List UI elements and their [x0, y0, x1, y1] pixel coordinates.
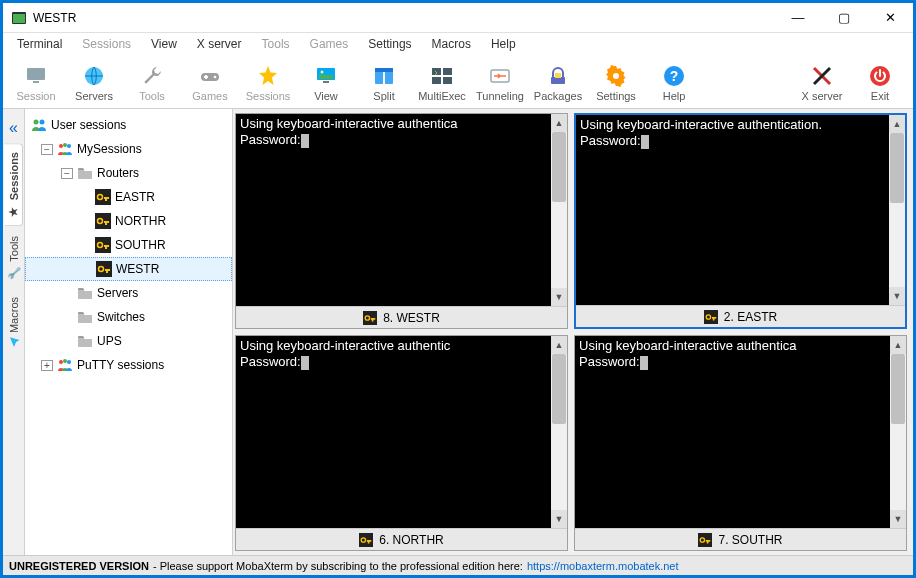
- terminal-output[interactable]: Using keyboard-interactive authentica Pa…: [236, 114, 567, 306]
- key-icon: [95, 237, 111, 253]
- toolbar-xserver[interactable]: X server: [793, 57, 851, 108]
- terminal-output[interactable]: Using keyboard-interactive authentic Pas…: [236, 336, 567, 528]
- toolbar: Session Servers Tools Games Sessions Vie…: [3, 55, 913, 109]
- multiexec-icon: [430, 64, 454, 88]
- toolbar-session[interactable]: Session: [7, 57, 65, 108]
- terminal-tab[interactable]: 6. NORTHR: [236, 528, 567, 550]
- scrollbar[interactable]: ▲▼: [551, 114, 567, 306]
- terminal-output[interactable]: Using keyboard-interactive authentica Pa…: [575, 336, 906, 528]
- menu-terminal[interactable]: Terminal: [9, 35, 70, 53]
- scrollbar[interactable]: ▲▼: [890, 336, 906, 528]
- view-icon: [314, 64, 338, 88]
- key-icon: [95, 189, 111, 205]
- folder-icon: [77, 309, 93, 325]
- toolbar-exit[interactable]: Exit: [851, 57, 909, 108]
- scroll-thumb[interactable]: [891, 354, 905, 424]
- maximize-button[interactable]: ▢: [821, 3, 867, 33]
- terminal-output[interactable]: Using keyboard-interactive authenticatio…: [576, 115, 905, 305]
- help-icon: [662, 64, 686, 88]
- terminal-tab[interactable]: 2. EASTR: [576, 305, 905, 327]
- packages-icon: [546, 64, 570, 88]
- tree-session-eastr[interactable]: EASTR: [25, 185, 232, 209]
- toolbar-settings[interactable]: Settings: [587, 57, 645, 108]
- titlebar[interactable]: WESTR — ▢ ✕: [3, 3, 913, 33]
- scroll-thumb[interactable]: [552, 354, 566, 424]
- scroll-up-icon[interactable]: ▲: [551, 336, 567, 354]
- tree-switches[interactable]: Switches: [25, 305, 232, 329]
- scroll-up-icon[interactable]: ▲: [889, 115, 905, 133]
- gear-icon: [604, 64, 628, 88]
- tree-ups[interactable]: UPS: [25, 329, 232, 353]
- sidetab-macros[interactable]: Macros: [6, 289, 22, 356]
- menu-help[interactable]: Help: [483, 35, 524, 53]
- scroll-thumb[interactable]: [890, 133, 904, 203]
- wrench-icon: [140, 64, 164, 88]
- scroll-up-icon[interactable]: ▲: [551, 114, 567, 132]
- scroll-down-icon[interactable]: ▼: [890, 510, 906, 528]
- tree-session-westr[interactable]: WESTR: [25, 257, 232, 281]
- cursor-icon: [301, 356, 309, 370]
- scroll-down-icon[interactable]: ▼: [889, 287, 905, 305]
- tree-user-sessions[interactable]: User sessions: [25, 113, 232, 137]
- tree-session-southr[interactable]: SOUTHR: [25, 233, 232, 257]
- folder-icon: [77, 333, 93, 349]
- globe-icon: [82, 64, 106, 88]
- menu-sessions[interactable]: Sessions: [74, 35, 139, 53]
- tree-putty-sessions[interactable]: +PuTTY sessions: [25, 353, 232, 377]
- scroll-up-icon[interactable]: ▲: [890, 336, 906, 354]
- app-icon: [11, 10, 27, 26]
- toolbar-view[interactable]: View: [297, 57, 355, 108]
- menubar: Terminal Sessions View X server Tools Ga…: [3, 33, 913, 55]
- toolbar-tools[interactable]: Tools: [123, 57, 181, 108]
- toolbar-tunneling[interactable]: Tunneling: [471, 57, 529, 108]
- menu-settings[interactable]: Settings: [360, 35, 419, 53]
- sidetab-tools[interactable]: 🔧Tools: [5, 228, 22, 287]
- tree-session-northr[interactable]: NORTHR: [25, 209, 232, 233]
- folder-icon: [77, 285, 93, 301]
- toolbar-help[interactable]: Help: [645, 57, 703, 108]
- terminal-tab[interactable]: 8. WESTR: [236, 306, 567, 328]
- key-icon: [704, 310, 718, 324]
- menu-macros[interactable]: Macros: [424, 35, 479, 53]
- toolbar-split[interactable]: Split: [355, 57, 413, 108]
- scroll-thumb[interactable]: [552, 132, 566, 202]
- terminal-tab[interactable]: 7. SOUTHR: [575, 528, 906, 550]
- statusbar: UNREGISTERED VERSION - Please support Mo…: [3, 555, 913, 575]
- collapse-icon[interactable]: −: [41, 144, 53, 155]
- menu-view[interactable]: View: [143, 35, 185, 53]
- menu-games[interactable]: Games: [302, 35, 357, 53]
- toolbar-packages[interactable]: Packages: [529, 57, 587, 108]
- scroll-down-icon[interactable]: ▼: [551, 288, 567, 306]
- split-icon: [372, 64, 396, 88]
- toolbar-multiexec[interactable]: MultiExec: [413, 57, 471, 108]
- close-button[interactable]: ✕: [867, 3, 913, 33]
- people-color-icon: [57, 141, 73, 157]
- scrollbar[interactable]: ▲▼: [551, 336, 567, 528]
- toolbar-games[interactable]: Games: [181, 57, 239, 108]
- terminal-westr: Using keyboard-interactive authentica Pa…: [235, 113, 568, 329]
- tree-servers[interactable]: Servers: [25, 281, 232, 305]
- tree-mysessions[interactable]: −MySessions: [25, 137, 232, 161]
- terminal-eastr: Using keyboard-interactive authenticatio…: [574, 113, 907, 329]
- menu-tools[interactable]: Tools: [254, 35, 298, 53]
- status-link[interactable]: https://mobaxterm.mobatek.net: [527, 560, 679, 572]
- collapse-sidebar-button[interactable]: «: [5, 115, 22, 141]
- scroll-down-icon[interactable]: ▼: [551, 510, 567, 528]
- collapse-icon[interactable]: −: [61, 168, 73, 179]
- session-tree[interactable]: User sessions −MySessions −Routers EASTR…: [25, 109, 233, 555]
- star-icon: ★: [7, 204, 20, 217]
- cursor-icon: [641, 135, 649, 149]
- menu-xserver[interactable]: X server: [189, 35, 250, 53]
- cursor-icon: [301, 134, 309, 148]
- gamepad-icon: [198, 64, 222, 88]
- minimize-button[interactable]: —: [775, 3, 821, 33]
- tree-routers[interactable]: −Routers: [25, 161, 232, 185]
- sidetab-sessions[interactable]: ★Sessions: [4, 143, 23, 226]
- app-window: WESTR — ▢ ✕ Terminal Sessions View X ser…: [2, 2, 914, 576]
- expand-icon[interactable]: +: [41, 360, 53, 371]
- scrollbar[interactable]: ▲▼: [889, 115, 905, 305]
- toolbar-servers[interactable]: Servers: [65, 57, 123, 108]
- monitor-icon: [24, 64, 48, 88]
- people-icon: [31, 117, 47, 133]
- toolbar-sessions[interactable]: Sessions: [239, 57, 297, 108]
